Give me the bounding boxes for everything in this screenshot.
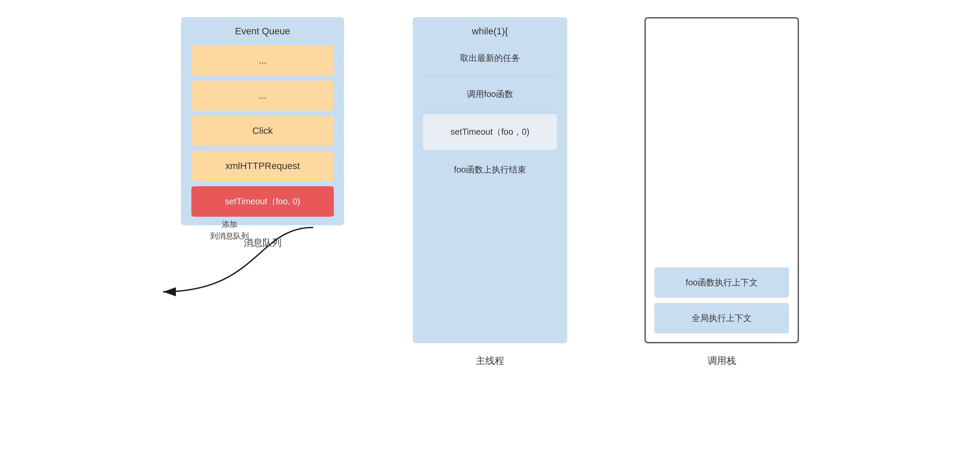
arrow-label-text: 添加到消息队列 — [210, 219, 249, 242]
thread-step-3: foo函数上执行结束 — [423, 152, 557, 188]
stack-item-foo: foo函数执行上下文 — [654, 267, 789, 298]
event-queue-panel: Event Queue ... ... Click xmlHTTPRequest… — [181, 17, 344, 225]
event-queue-title: Event Queue — [191, 26, 334, 37]
call-stack-label: 调用栈 — [708, 354, 736, 367]
thread-step-2: 调用foo函数 — [423, 76, 557, 112]
arrow-label: 添加到消息队列 — [210, 219, 249, 242]
queue-item-click: Click — [191, 116, 334, 146]
main-thread-panel: while(1){ 取出最新的任务 调用foo函数 setTimeout（foo… — [413, 17, 567, 343]
main-thread-title: while(1){ — [423, 26, 557, 37]
queue-item-1: ... — [191, 45, 334, 76]
queue-item-2: ... — [191, 81, 334, 111]
diagram-wrapper: Event Queue ... ... Click xmlHTTPRequest… — [0, 0, 980, 454]
queue-item-xhr: xmlHTTPRequest — [191, 151, 334, 181]
event-queue-label: 消息队列 — [244, 236, 281, 249]
thread-step-1: 取出最新的任务 — [423, 40, 557, 76]
main-thread-section: while(1){ 取出最新的任务 调用foo函数 setTimeout（foo… — [413, 17, 567, 367]
main-thread-label: 主线程 — [476, 354, 504, 367]
event-queue-section: Event Queue ... ... Click xmlHTTPRequest… — [181, 17, 344, 249]
call-stack-section: foo函数执行上下文 全局执行上下文 调用栈 — [644, 17, 799, 367]
thread-step-settimeout: setTimeout（foo，0) — [423, 114, 557, 150]
stack-item-global: 全局执行上下文 — [654, 303, 789, 333]
call-stack-panel: foo函数执行上下文 全局执行上下文 — [644, 17, 799, 343]
queue-item-settimeout: setTimeout（foo, 0) — [191, 186, 334, 217]
